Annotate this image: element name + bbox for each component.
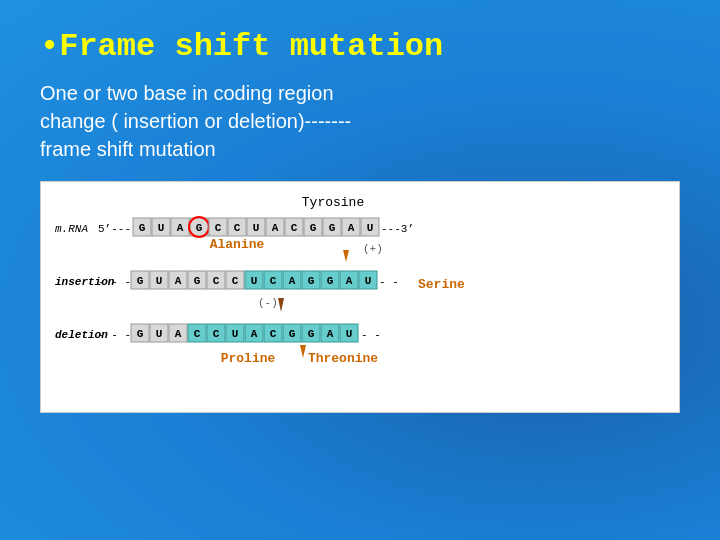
svg-text:(-): (-) — [258, 297, 278, 309]
bottom-arrow — [300, 345, 306, 358]
svg-text:U: U — [156, 275, 163, 287]
svg-text:- - -: - - - — [98, 329, 131, 341]
svg-text:- -: - - — [361, 329, 381, 341]
deletion-arrow — [278, 298, 284, 312]
svg-text:A: A — [289, 275, 296, 287]
insertion-arrow — [343, 250, 349, 262]
svg-text:C: C — [234, 222, 241, 234]
svg-text:(+): (+) — [363, 243, 383, 255]
svg-text:A: A — [348, 222, 355, 234]
mrna-label: m.RNA — [55, 223, 88, 235]
threonine-label: Threonine — [308, 351, 378, 366]
svg-text:- -: - - — [379, 276, 399, 288]
svg-text:---3’: ---3’ — [381, 223, 414, 235]
bullet-point: • — [40, 28, 59, 65]
svg-text:G: G — [289, 328, 296, 340]
svg-text:C: C — [213, 328, 220, 340]
svg-text:U: U — [158, 222, 165, 234]
description-text: One or two base in coding region change … — [40, 79, 680, 163]
svg-text:A: A — [272, 222, 279, 234]
svg-text:C: C — [270, 275, 277, 287]
svg-text:U: U — [253, 222, 260, 234]
svg-text:G: G — [327, 275, 334, 287]
diagram-container: Tyrosine m.RNA 5’--- G U A G C C — [40, 181, 680, 413]
svg-text:G: G — [308, 275, 315, 287]
main-content: •Frame shift mutation One or two base in… — [0, 0, 720, 433]
svg-text:U: U — [156, 328, 163, 340]
svg-text:A: A — [327, 328, 334, 340]
svg-text:C: C — [215, 222, 222, 234]
svg-text:A: A — [251, 328, 258, 340]
svg-text:5’---: 5’--- — [98, 223, 131, 235]
svg-text:A: A — [175, 328, 182, 340]
svg-text:C: C — [232, 275, 239, 287]
svg-text:C: C — [213, 275, 220, 287]
svg-text:U: U — [251, 275, 258, 287]
svg-text:U: U — [367, 222, 374, 234]
serine-label: Serine — [418, 277, 465, 292]
alanine-label: Alanine — [210, 237, 265, 252]
svg-text:- - -: - - - — [98, 276, 131, 288]
proline-label: Proline — [221, 351, 276, 366]
svg-text:A: A — [346, 275, 353, 287]
svg-text:G: G — [329, 222, 336, 234]
svg-text:G: G — [137, 328, 144, 340]
svg-text:G: G — [310, 222, 317, 234]
tyrosine-label: Tyrosine — [302, 195, 364, 210]
svg-text:G: G — [194, 275, 201, 287]
svg-text:G: G — [196, 222, 203, 234]
svg-text:G: G — [137, 275, 144, 287]
mutation-diagram: Tyrosine m.RNA 5’--- G U A G C C — [53, 190, 653, 400]
svg-text:U: U — [365, 275, 372, 287]
svg-text:A: A — [177, 222, 184, 234]
svg-text:U: U — [232, 328, 239, 340]
svg-text:U: U — [346, 328, 353, 340]
svg-text:A: A — [175, 275, 182, 287]
svg-text:G: G — [308, 328, 315, 340]
slide-title: •Frame shift mutation — [40, 28, 680, 65]
svg-text:C: C — [291, 222, 298, 234]
svg-text:C: C — [194, 328, 201, 340]
svg-text:G: G — [139, 222, 146, 234]
svg-text:C: C — [270, 328, 277, 340]
